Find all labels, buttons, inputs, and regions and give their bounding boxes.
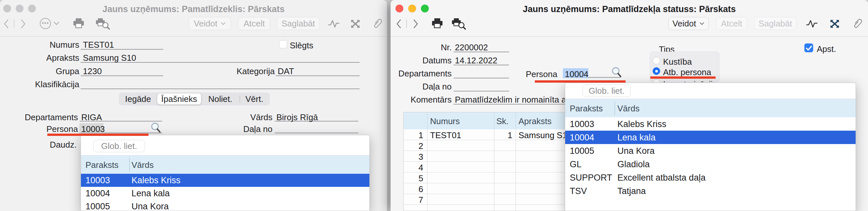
tab-label: Noliet. xyxy=(208,94,232,104)
row-number: 6 xyxy=(404,184,423,194)
persona-label: Persona xyxy=(508,69,557,79)
titlebar: Jauns uzņēmums: Pamatlīdzekļa statuss: P… xyxy=(391,0,868,37)
lookup-row[interactable]: SUPPORT Excellent atbalsta daļa xyxy=(565,171,856,184)
tab-label: Iegāde xyxy=(125,94,151,104)
cell-apraksts[interactable]: Samsung S10 xyxy=(519,130,572,141)
atcelt-button: Atcelt xyxy=(238,17,270,30)
radio-atb-persona-label: Atb. persona xyxy=(663,67,711,78)
veidot-button[interactable]: Veidot xyxy=(189,17,231,30)
validation-underline xyxy=(535,80,625,83)
cell-numurs[interactable]: TEST01 xyxy=(430,130,461,141)
nr-field[interactable]: 2200002 xyxy=(455,42,488,53)
departaments-label: Departaments xyxy=(396,68,452,79)
row-code: 10003 xyxy=(86,175,110,185)
apst-checkbox[interactable] xyxy=(804,43,813,52)
tab-ipasnieks[interactable]: Īpašnieks xyxy=(157,93,201,104)
tab-iegade[interactable]: Iegāde xyxy=(119,92,157,106)
lookup-row[interactable]: 10003 Kalebs Kriss xyxy=(81,174,369,187)
window-title: Jauns uzņēmums: Pamatlīdzekļa statuss: P… xyxy=(391,4,868,14)
komentars-field[interactable]: Pamatlīdzeklim ir nomainīta atbil xyxy=(455,95,565,105)
klasifikacija-label: Klasifikācija xyxy=(4,79,79,90)
saglabat-button: Saglabāt xyxy=(277,17,320,30)
kategorija-field[interactable]: DAT xyxy=(278,66,294,77)
check-icon xyxy=(805,44,813,52)
cell-sk[interactable]: 1 xyxy=(495,130,512,141)
row-number: 5 xyxy=(404,174,423,184)
atcelt-label: Atcelt xyxy=(243,19,265,29)
paperclip-icon[interactable] xyxy=(371,18,384,29)
lookup-row[interactable]: 10004 Lena kala xyxy=(565,131,856,144)
column-header-vards: Vārds xyxy=(617,103,640,114)
expand-icon[interactable] xyxy=(829,19,840,29)
lookup-row[interactable]: 10003 Kalebs Kriss xyxy=(565,117,856,131)
column-header-vards: Vārds xyxy=(131,160,154,170)
numurs-label: Numurs xyxy=(4,40,79,50)
operations-menu-icon[interactable]: ••• xyxy=(40,18,51,29)
print-preview-icon[interactable] xyxy=(451,18,466,30)
tab-vert[interactable]: Vērt. xyxy=(240,92,269,106)
lookup-row[interactable]: 10005 Una Kora xyxy=(81,200,369,211)
tab-noliet[interactable]: Noliet. xyxy=(201,92,240,106)
row-name: Excellent atbalsta daļa xyxy=(617,173,706,183)
row-name: Una Kora xyxy=(131,202,169,211)
print-preview-icon[interactable] xyxy=(95,18,110,30)
lookup-row[interactable]: 10004 Lena kala xyxy=(81,187,369,200)
row-number: 3 xyxy=(404,152,423,162)
numurs-field[interactable]: TEST01 xyxy=(83,40,114,50)
apraksts-field[interactable]: Samsung S10 xyxy=(83,53,136,63)
veidot-button[interactable]: Veidot xyxy=(668,17,709,30)
persona-field[interactable]: 10003 xyxy=(81,124,105,134)
lookup-magnifier-icon[interactable] xyxy=(611,67,623,78)
row-code: 10003 xyxy=(570,119,594,129)
grupa-field[interactable]: 1230 xyxy=(83,66,102,77)
row-code: TSV xyxy=(570,186,587,196)
apraksts-label: Apraksts xyxy=(4,53,79,63)
forward-icon[interactable] xyxy=(19,19,27,29)
radio-inventarizacija[interactable] xyxy=(653,79,660,83)
lookup-row[interactable]: GL Gladiola xyxy=(565,157,856,171)
global-users-button[interactable]: Glob. liet. xyxy=(583,85,631,97)
lookup-row[interactable]: 10005 Una Kora xyxy=(565,144,856,157)
print-icon[interactable] xyxy=(431,18,443,29)
row-code: 10005 xyxy=(570,146,594,156)
persona-field[interactable]: 10004 xyxy=(565,69,588,79)
tab-label: Īpašnieks xyxy=(161,94,197,104)
field-underline xyxy=(454,91,509,91)
column-divider xyxy=(615,101,615,115)
lookup-magnifier-icon[interactable] xyxy=(150,122,162,133)
global-users-button[interactable]: Glob. liet. xyxy=(93,140,145,152)
saglabat-button: Saglabāt xyxy=(754,17,797,30)
chevron-down-icon[interactable] xyxy=(54,22,59,26)
row-code: SUPPORT xyxy=(570,173,612,183)
vards-field[interactable]: Birojs Rīgā xyxy=(276,112,318,122)
radio-kustiba-label: Kustība xyxy=(663,57,692,67)
print-icon[interactable] xyxy=(72,18,85,29)
window-pamatlidzekla-statuss: Jauns uzņēmums: Pamatlīdzekļa statuss: P… xyxy=(391,0,868,211)
kategorija-label: Kategorija xyxy=(226,66,275,77)
activity-icon[interactable] xyxy=(328,19,340,29)
expand-icon[interactable] xyxy=(350,19,361,29)
lookup-row[interactable]: TSV Tatjana xyxy=(565,184,856,198)
divider xyxy=(406,20,407,28)
veidot-label: Veidot xyxy=(673,19,696,29)
row-name: Kalebs Kriss xyxy=(617,119,666,129)
slegts-checkbox[interactable] xyxy=(279,40,287,48)
datums-field[interactable]: 14.12.2022 xyxy=(455,56,497,66)
veidot-label: Veidot xyxy=(194,19,217,29)
radio-kustiba[interactable] xyxy=(653,57,660,64)
saglabat-label: Saglabāt xyxy=(282,19,315,29)
divider xyxy=(391,36,868,37)
radio-atb-persona[interactable] xyxy=(653,67,660,75)
daudz-label: Daudz. xyxy=(3,140,77,150)
back-icon[interactable] xyxy=(395,19,403,29)
activity-icon[interactable] xyxy=(806,19,818,29)
back-icon[interactable] xyxy=(3,19,10,29)
departaments-field[interactable]: RIGA xyxy=(81,112,102,122)
forward-icon[interactable] xyxy=(411,19,419,29)
tab-bar: Iegāde Īpašnieks Noliet. Vērt. xyxy=(119,92,270,106)
departaments-label: Departaments xyxy=(3,112,78,122)
global-users-label: Glob. liet. xyxy=(589,86,625,96)
row-name: Tatjana xyxy=(617,186,646,196)
paperclip-icon[interactable] xyxy=(851,18,864,29)
tab-label: Vērt. xyxy=(245,94,264,104)
